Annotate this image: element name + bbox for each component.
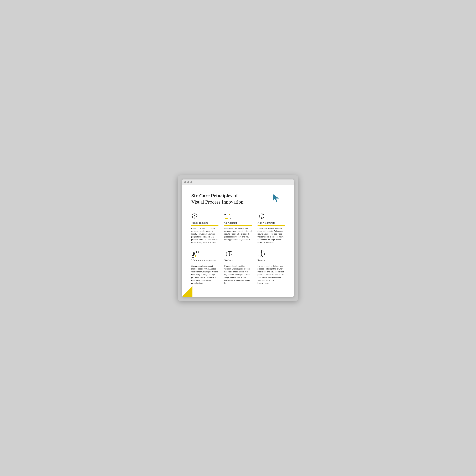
cursor-icon: [271, 193, 282, 204]
screen-wrapper: Six Core Principles ofVisual Process Inn…: [178, 175, 298, 301]
browser-dot-2: [187, 181, 189, 183]
svg-marker-25: [230, 252, 231, 256]
svg-point-26: [226, 253, 227, 253]
browser-dot-1: [184, 181, 186, 183]
add-eliminate-icon: 2: [258, 212, 285, 220]
svg-marker-21: [194, 255, 196, 257]
principle-card-add-eliminate: 2 Add + Eliminate Improving a process is…: [258, 212, 285, 244]
execute-icon: [258, 249, 285, 258]
svg-point-29: [231, 251, 231, 252]
svg-point-28: [228, 251, 229, 252]
svg-marker-0: [273, 194, 279, 202]
browser-window: Six Core Principles ofVisual Process Inn…: [182, 179, 294, 297]
principle-card-methodology-agnostic: Methodology Agnostic One process improve…: [191, 249, 218, 285]
holistic-name: Holistic: [224, 259, 251, 263]
cursor-svg: [271, 193, 282, 203]
svg-text:2: 2: [261, 217, 262, 219]
svg-line-37: [260, 255, 261, 257]
svg-rect-12: [225, 218, 228, 219]
browser-chrome: [182, 179, 294, 185]
methodology-agnostic-icon: [191, 249, 218, 258]
svg-marker-23: [227, 253, 230, 256]
visual-thinking-name: Visual Thinking: [191, 221, 218, 226]
header-section: Six Core Principles ofVisual Process Inn…: [191, 193, 285, 205]
principles-grid: Visual Thinking Pages of detailed docume…: [191, 212, 285, 285]
svg-point-3: [194, 215, 195, 216]
svg-rect-20: [192, 255, 194, 258]
principle-card-co-creation: Co-Creation Imposing a new process top-d…: [224, 212, 251, 244]
svg-marker-18: [193, 252, 195, 254]
page-content: Six Core Principles ofVisual Process Inn…: [182, 185, 294, 297]
holistic-desc: Process doesn't exist in a vacuum. Chang…: [224, 265, 251, 285]
browser-dot-3: [190, 181, 192, 183]
svg-point-31: [229, 255, 230, 256]
svg-marker-8: [229, 214, 230, 215]
svg-rect-19: [193, 254, 194, 255]
svg-marker-14: [259, 215, 260, 217]
svg-rect-7: [225, 214, 226, 215]
execute-name: Execute: [258, 259, 285, 263]
methodology-agnostic-name: Methodology Agnostic: [191, 259, 218, 263]
svg-point-5: [194, 218, 195, 218]
principle-card-holistic: Holistic Process doesn't exist in a vacu…: [224, 249, 251, 285]
co-creation-name: Co-Creation: [224, 221, 251, 226]
methodology-agnostic-desc: One process improvement method does not …: [191, 265, 218, 285]
holistic-icon: [224, 249, 251, 258]
svg-line-38: [261, 255, 263, 257]
visual-thinking-desc: Pages of detailed documents with boxes a…: [191, 227, 218, 244]
svg-point-27: [229, 253, 230, 253]
visual-thinking-icon: [191, 212, 218, 220]
page-title: Six Core Principles ofVisual Process Inn…: [191, 193, 244, 205]
add-eliminate-desc: Improving a process is not just about cu…: [258, 227, 285, 244]
principle-card-visual-thinking: Visual Thinking Pages of detailed docume…: [191, 212, 218, 244]
svg-point-22: [196, 251, 198, 253]
svg-point-32: [231, 254, 231, 255]
yellow-triangle-decoration: [182, 286, 193, 297]
svg-point-4: [193, 217, 193, 218]
principle-card-execute: Execute It is not enough to define a new…: [258, 249, 285, 285]
svg-point-34: [261, 251, 262, 253]
execute-desc: It is not enough to define a new process…: [258, 265, 285, 285]
svg-rect-13: [230, 218, 230, 219]
title-bold: Six Core Principles: [191, 193, 232, 198]
co-creation-desc: Imposing a new process top-down rarely p…: [224, 227, 251, 241]
add-eliminate-name: Add + Eliminate: [258, 221, 285, 226]
svg-point-30: [226, 255, 227, 256]
co-creation-icon: [224, 212, 251, 220]
